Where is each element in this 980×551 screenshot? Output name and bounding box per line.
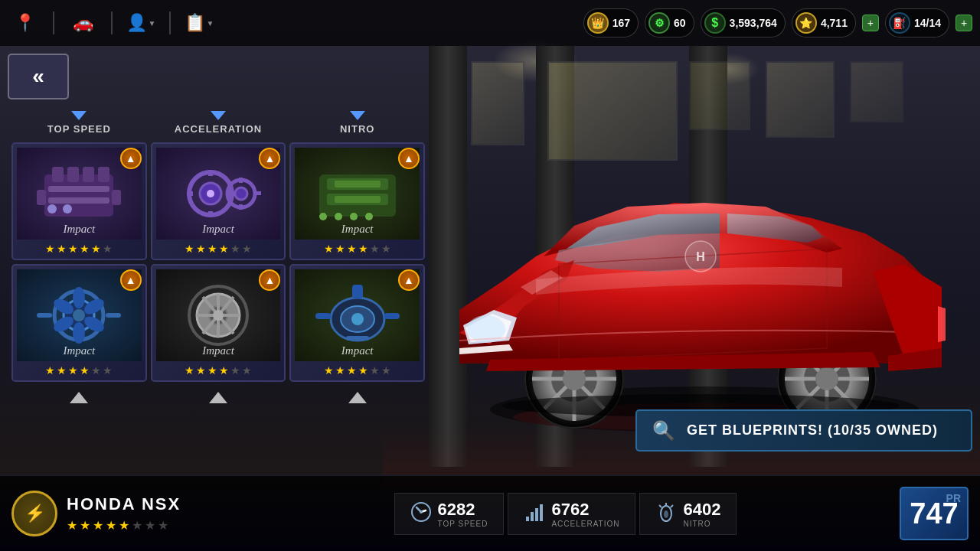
stat-nitro: 6402 NITRO [639,493,737,535]
up-arrow-icon-2 [209,392,227,403]
acceleration-arrow [211,111,226,120]
part-brand-wheel-bottom: Impact [202,344,234,357]
add-gold-button[interactable]: + [862,15,879,31]
blueprint-button[interactable]: 🔍 GET BLUEPRINTS! (10/35 OWNED) [635,409,972,452]
svg-rect-79 [315,313,331,319]
speed-stat-info: 6282 TOP SPEED [438,500,488,528]
upgrade-btn-boost-bottom[interactable]: ▲ [398,269,420,291]
svg-point-56 [365,213,373,220]
star-2: ★ [347,364,357,377]
star-4: ★ [91,243,101,255]
nitro-arrow [350,111,365,120]
star-1: ★ [196,364,206,377]
part-brand-nitro-top: Impact [341,223,374,236]
profile-dropdown-arrow: ▼ [149,19,156,28]
gear-currency-badge[interactable]: ⚙ 60 [645,8,694,37]
part-card-engine-top[interactable]: ▲ Impact ★★★★★★ [11,142,147,260]
star-5: ★ [242,364,252,377]
nitro-label: NITRO [340,123,374,135]
crown-icon: 👑 [587,12,609,34]
nav-missions-btn[interactable]: 📋 ▼ [182,6,216,40]
category-nitro: NITRO [289,111,425,139]
svg-rect-52 [335,196,381,203]
svg-point-31 [47,204,57,214]
upgrade-btn-turbo-bottom[interactable]: ▲ [120,269,142,291]
car-logo-symbol: ⚡ [24,504,45,523]
car-info: HONDA NSX ★★★★★★★★ [67,494,235,533]
part-brand-gears-top: Impact [202,223,234,236]
svg-rect-78 [384,313,400,319]
svg-point-39 [235,187,247,200]
car-star-0: ★ [67,518,77,533]
star-2: ★ [68,243,78,255]
nav-icons-left: 📍 🚗 👤 ▼ 📋 ▼ [8,6,216,40]
part-card-gears-top[interactable]: ▲ Impact ★★★★★★ [151,142,286,260]
top-nav: 📍 🚗 👤 ▼ 📋 ▼ 👑 167 ⚙ 60 $ 3,593 [0,0,980,46]
stars-row-turbo-bottom: ★★★★★★ [17,364,142,377]
svg-text:H: H [696,250,705,263]
parts-categories: TOP SPEED ACCELERATION NITRO [11,111,425,139]
upgrade-btn-nitro-top[interactable]: ▲ [398,148,420,169]
svg-point-32 [63,204,72,214]
svg-point-81 [351,313,364,325]
pr-label: PR [946,492,961,504]
part-card-boost-bottom[interactable]: ▲ Impact ★★★★★★ [289,264,425,382]
svg-rect-51 [335,181,381,187]
acceleration-scroll-up[interactable] [151,386,286,409]
car-star-4: ★ [119,518,129,533]
star-5: ★ [103,243,113,255]
svg-rect-33 [37,190,46,205]
nav-separator-3 [169,11,171,34]
svg-rect-88 [540,504,543,521]
star-1: ★ [57,364,67,377]
nav-separator-1 [53,11,54,34]
add-fuel-button[interactable]: + [956,15,972,31]
svg-point-55 [350,213,358,220]
part-brand-turbo-bottom: Impact [64,344,96,357]
star-0: ★ [185,243,194,255]
svg-rect-82 [346,336,369,341]
star-3: ★ [358,364,368,377]
fuel-badge: ⛽ 14/14 [885,8,949,37]
pr-badge: PR 747 [900,487,969,540]
star-5: ★ [381,243,391,255]
stats-section: 6282 TOP SPEED 6762 ACCELERATION [235,493,896,535]
part-card-nitro-top[interactable]: ▲ Impact ★★★★★★ [289,142,425,260]
star-3: ★ [80,243,90,255]
stat-top-speed: 6282 TOP SPEED [394,493,505,535]
star-2: ★ [68,364,78,377]
svg-point-75 [213,310,224,321]
star-2: ★ [347,243,357,255]
top-speed-arrow [71,111,87,120]
svg-rect-28 [98,167,109,182]
part-card-turbo-bottom[interactable]: ▲ Impact ★★★★★★ [11,264,147,382]
stat-acceleration: 6762 ACCELERATION [508,493,635,535]
svg-point-37 [207,190,214,197]
car-title: HONDA NSX [67,494,235,514]
top-speed-scroll-up[interactable] [11,386,147,409]
svg-rect-45 [254,191,261,195]
back-icon: « [32,64,44,89]
svg-point-59 [73,309,85,321]
nav-garage-btn[interactable]: 🚗 [66,6,100,40]
stars-row-boost-bottom: ★★★★★★ [295,364,420,377]
nitro-scroll-up[interactable] [289,386,425,409]
svg-rect-66 [37,313,52,318]
svg-rect-80 [352,285,363,298]
back-button[interactable]: « [8,54,69,99]
nav-profile-btn[interactable]: 👤 ▼ [124,6,158,40]
accel-value: 6762 [551,500,619,520]
star-2: ★ [207,364,217,377]
search-icon: 🔍 [652,420,675,442]
nitro-value: 6402 [683,500,720,520]
nav-location-btn[interactable]: 📍 [8,6,41,40]
gold-value: 4,711 [821,17,848,29]
car-star-2: ★ [93,518,103,533]
fuel-icon: ⛽ [889,12,910,34]
upgrade-btn-engine-top[interactable]: ▲ [120,148,142,169]
missions-dropdown-arrow: ▼ [207,19,214,28]
car-stars: ★★★★★★★★ [67,518,235,533]
part-card-wheel-bottom[interactable]: ▲ Impact ★★★★★★ [151,264,286,382]
svg-rect-25 [52,167,64,182]
car-nav-icon: 🚗 [73,13,93,33]
